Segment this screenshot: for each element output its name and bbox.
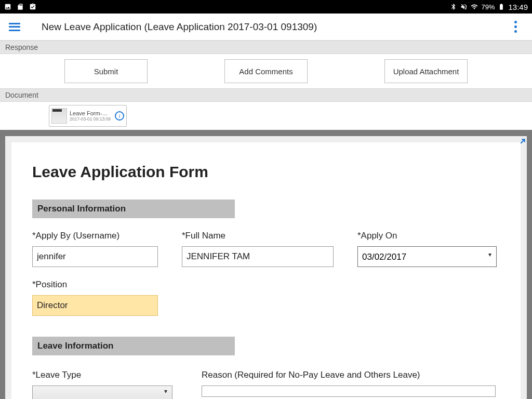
sd-card-icon bbox=[17, 3, 24, 10]
leave-info-header: Leave Information bbox=[32, 337, 235, 355]
document-title: Leave Form-… bbox=[70, 110, 112, 116]
bluetooth-icon bbox=[450, 3, 457, 10]
leave-type-label: *Leave Type bbox=[32, 370, 172, 380]
position-label: *Position bbox=[32, 280, 158, 290]
personal-row-2: *Position bbox=[32, 280, 500, 316]
apply-by-label: *Apply By (Username) bbox=[32, 231, 158, 241]
position-input[interactable] bbox=[32, 295, 158, 316]
mute-icon bbox=[460, 3, 468, 10]
reason-textarea[interactable] bbox=[202, 385, 496, 397]
actions-row: Submit Add Comments Upload Attachment bbox=[0, 54, 532, 88]
document-row: Leave Form-… 2017-03-01 09:13:09 i bbox=[0, 102, 532, 130]
leave-row: *Leave Type Reason (Required for No-Pay … bbox=[32, 370, 500, 399]
battery-icon bbox=[498, 3, 505, 10]
image-icon bbox=[4, 3, 11, 10]
reason-label: Reason (Required for No-Pay Leave and Ot… bbox=[202, 370, 496, 380]
menu-icon bbox=[9, 23, 20, 31]
status-right-icons: 79% 13:49 bbox=[450, 3, 528, 11]
status-bar: 79% 13:49 bbox=[0, 0, 532, 14]
apply-on-select[interactable]: 03/02/2017 bbox=[357, 246, 497, 267]
document-card[interactable]: Leave Form-… 2017-03-01 09:13:09 i bbox=[49, 105, 127, 127]
wifi-icon bbox=[471, 3, 478, 10]
overflow-menu-button[interactable] bbox=[505, 17, 526, 37]
page-title: New Leave Application (Leave Application… bbox=[42, 21, 317, 33]
full-name-label: *Full Name bbox=[182, 231, 334, 241]
form-paper: Leave Application Form Personal Informat… bbox=[11, 142, 521, 399]
document-date: 2017-03-01 09:13:09 bbox=[70, 116, 112, 122]
upload-attachment-button[interactable]: Upload Attachment bbox=[384, 59, 468, 83]
document-section-label: Document bbox=[0, 88, 532, 102]
submit-button[interactable]: Submit bbox=[64, 59, 148, 83]
form-heading: Leave Application Form bbox=[32, 163, 500, 181]
apply-on-label: *Apply On bbox=[357, 231, 497, 241]
document-thumb-icon bbox=[51, 108, 67, 124]
leave-type-select[interactable] bbox=[32, 385, 172, 399]
info-icon[interactable]: i bbox=[115, 111, 124, 121]
personal-row-1: *Apply By (Username) *Full Name *Apply O… bbox=[32, 231, 500, 267]
clock-time: 13:49 bbox=[508, 3, 528, 11]
full-name-input[interactable] bbox=[182, 246, 334, 267]
battery-percent: 79% bbox=[481, 3, 495, 11]
apply-by-input[interactable] bbox=[32, 246, 158, 267]
form-frame: Leave Application Form Personal Informat… bbox=[0, 130, 532, 399]
document-text: Leave Form-… 2017-03-01 09:13:09 bbox=[70, 110, 112, 122]
hamburger-menu-button[interactable] bbox=[2, 15, 27, 39]
response-section-label: Response bbox=[0, 41, 532, 54]
personal-info-header: Personal Information bbox=[32, 200, 235, 218]
more-vert-icon bbox=[514, 21, 517, 33]
add-comments-button[interactable]: Add Comments bbox=[224, 59, 308, 83]
app-bar: New Leave Application (Leave Application… bbox=[0, 14, 532, 41]
clipboard-icon bbox=[29, 3, 36, 10]
status-left-icons bbox=[4, 3, 36, 10]
